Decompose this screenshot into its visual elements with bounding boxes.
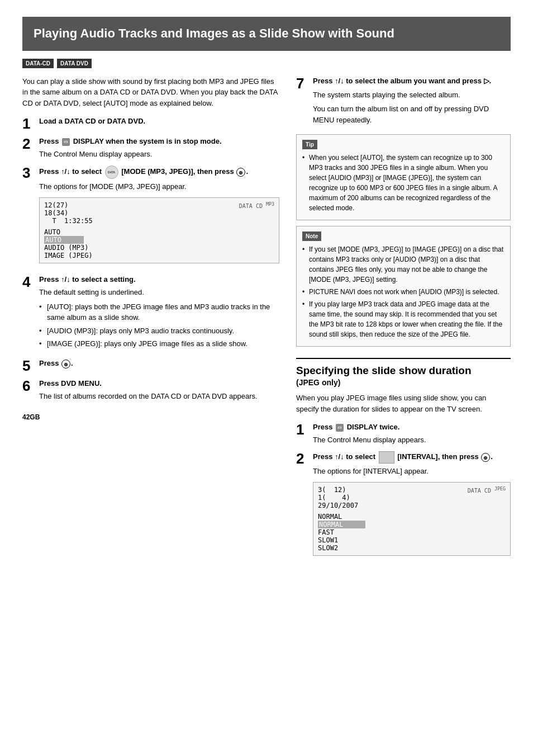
step-4-title: Press ↑/↓ to select a setting. [39, 275, 136, 284]
screen-line-2: 18(34) [44, 209, 274, 217]
s2-menu-slow2: SLOW2 [318, 544, 506, 552]
s2-screen-label: DATA CD JPEG [468, 486, 506, 494]
screen-menu-auto1: AUTO [44, 228, 274, 236]
section2-intro: When you play JPEG image files using sli… [296, 393, 511, 414]
tip-item-1: When you select [AUTO], the system can r… [302, 153, 505, 213]
screen-label: DATA CD MP3 [239, 201, 274, 209]
step-4-bullets: [AUTO]: plays both the JPEG image files … [39, 301, 279, 349]
step-7-body1: The system starts playing the selected a… [313, 89, 511, 101]
note-label: Note [302, 231, 321, 241]
note-item-3: If you play large MP3 track data and JPE… [302, 299, 505, 339]
page-number: 42GB [22, 413, 279, 421]
s2-menu-normal1: NORMAL [318, 513, 506, 521]
step-7-title: Press ↑/↓ to select the album you want a… [313, 77, 491, 85]
s2-step-2-body: The options for [INTERVAL] appear. [313, 466, 511, 477]
step-3-number: 3 [22, 166, 35, 180]
mode-icon [105, 166, 118, 179]
badge-data-dvd: DATA DVD [57, 59, 92, 68]
interval-icon [379, 451, 394, 464]
tip-box: Tip When you select [AUTO], the system c… [296, 134, 511, 220]
section2-title: Specifying the slide show duration [296, 365, 511, 377]
step-6-title: Press DVD MENU. [39, 379, 102, 388]
note-list: If you set [MODE (MP3, JPEG)] to [IMAGE … [302, 244, 505, 339]
page-title: Playing Audio Tracks and Images as a Sli… [22, 17, 511, 51]
step-4: 4 Press ↑/↓ to select a setting. The def… [22, 275, 279, 353]
enter-icon-s2: ⊕ [481, 453, 490, 462]
step-3-title: Press ↑/↓ to select [MODE (MP3, JPEG)], … [39, 167, 248, 176]
s2-step-1-number: 1 [296, 422, 308, 437]
s2-step-1-body: The Control Menu display appears. [313, 434, 511, 446]
step-1-number: 1 [22, 116, 35, 131]
bullet-image: [IMAGE (JPEG)]: plays only JPEG image fi… [39, 338, 279, 349]
tip-list: When you select [AUTO], the system can r… [302, 153, 505, 213]
s2-step-1: 1 Press ▭ DISPLAY twice. The Control Men… [296, 422, 511, 446]
badge-row: DATA-CD DATA DVD [22, 59, 511, 68]
step-7-body2: You can turn the album list on and off b… [313, 103, 511, 125]
step-3-screen: DATA CD MP3 12(27) 18(34) T 1:32:55 AUTO… [39, 197, 279, 263]
screen-menu-auto2: AUTO [44, 236, 84, 244]
s2-screen: DATA CD JPEG 3( 12) 1( 4) 29/10/2007 NOR… [313, 482, 511, 556]
s2-step-2-number: 2 [296, 451, 308, 466]
step-6-number: 6 [22, 379, 35, 393]
note-item-1: If you set [MODE (MP3, JPEG)] to [IMAGE … [302, 244, 505, 285]
section2-subtitle: (JPEG only) [296, 378, 511, 387]
s2-step-1-title: Press ▭ DISPLAY twice. [313, 423, 399, 431]
display-icon-2: ▭ [336, 424, 344, 432]
step-3-body: The options for [MODE (MP3, JPEG)] appea… [39, 181, 279, 192]
step-5: 5 Press ⊕. [22, 358, 279, 373]
s2-screen-line-3: 29/10/2007 [318, 502, 506, 509]
note-box: Note If you set [MODE (MP3, JPEG)] to [I… [296, 226, 511, 347]
step-7-number: 7 [296, 76, 308, 91]
bullet-auto: [AUTO]: plays both the JPEG image files … [39, 301, 279, 323]
step-2: 2 Press ▭ DISPLAY when the system is in … [22, 136, 279, 160]
display-icon: ▭ [62, 138, 70, 146]
screen-menu-image: IMAGE (JPEG) [44, 252, 274, 259]
step-5-number: 5 [22, 358, 35, 373]
step-3: 3 Press ↑/↓ to select [MODE (MP3, JPEG)]… [22, 166, 279, 270]
step-2-title: Press ▭ DISPLAY when the system is in st… [39, 137, 222, 145]
step-6-body: The list of albums recorded on the DATA … [39, 391, 279, 402]
bullet-audio: [AUDIO (MP3)]: plays only MP3 audio trac… [39, 325, 279, 337]
enter-icon: ⊕ [236, 168, 245, 177]
section-divider [296, 358, 511, 359]
step-6: 6 Press DVD MENU. The list of albums rec… [22, 379, 279, 402]
step-5-title: Press ⊕. [39, 359, 73, 367]
s2-menu-slow1: SLOW1 [318, 536, 506, 544]
intro-text: You can play a slide show with sound by … [22, 76, 279, 109]
badge-data-cd: DATA-CD [22, 59, 54, 68]
s2-step-2: 2 Press ↑/↓ to select [INTERVAL], then p… [296, 451, 511, 562]
s2-screen-line-2: 1( 4) [318, 494, 506, 502]
tip-label: Tip [302, 140, 317, 149]
screen-menu-audio: AUDIO (MP3) [44, 244, 274, 252]
step-1-title: Load a DATA CD or DATA DVD. [39, 117, 145, 125]
screen-line-3: T 1:32:55 [44, 217, 274, 225]
step-1: 1 Load a DATA CD or DATA DVD. [22, 116, 279, 131]
step-4-body: The default setting is underlined. [39, 287, 279, 298]
step-7: 7 Press ↑/↓ to select the album you want… [296, 76, 511, 126]
s2-menu-normal2: NORMAL [318, 521, 365, 528]
note-item-2: PICTURE NAVI does not work when [AUDIO (… [302, 287, 505, 297]
enter-icon-5: ⊕ [61, 360, 70, 368]
s2-menu-fast: FAST [318, 528, 506, 536]
step-2-number: 2 [22, 136, 35, 151]
step-2-body: The Control Menu display appears. [39, 149, 279, 160]
s2-step-2-title: Press ↑/↓ to select [INTERVAL], then pre… [313, 452, 493, 461]
step-4-number: 4 [22, 275, 35, 289]
